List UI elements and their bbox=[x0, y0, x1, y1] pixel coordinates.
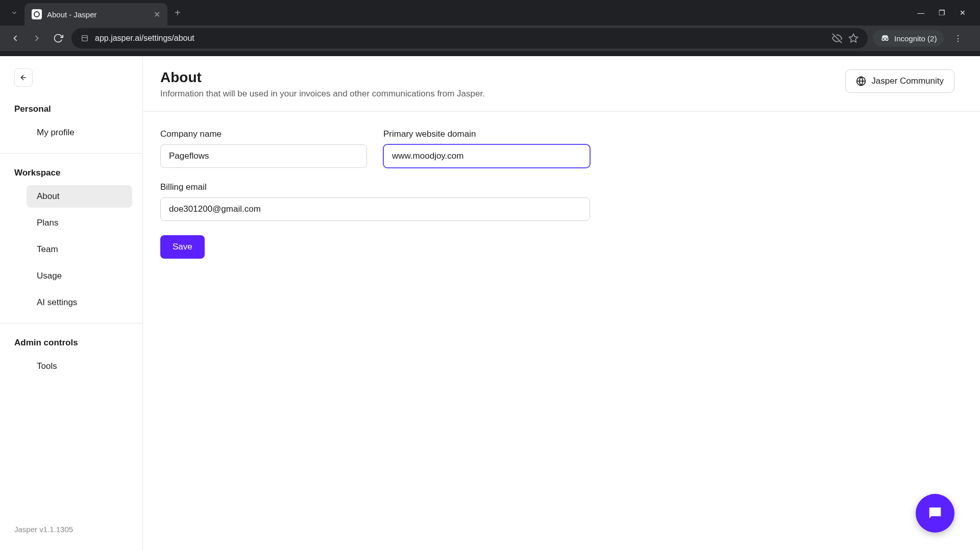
nav-team[interactable]: Team bbox=[27, 238, 132, 261]
chat-bubble-icon bbox=[926, 505, 944, 522]
version-label: Jasper v1.1.1305 bbox=[0, 525, 142, 539]
page-subtitle: Information that will be used in your in… bbox=[160, 89, 485, 99]
url-input[interactable]: app.jasper.ai/settings/about bbox=[71, 28, 868, 48]
company-name-label: Company name bbox=[160, 129, 367, 139]
section-personal: Personal bbox=[0, 97, 142, 119]
website-input[interactable] bbox=[383, 144, 590, 168]
site-settings-icon[interactable] bbox=[81, 34, 89, 42]
url-text: app.jasper.ai/settings/about bbox=[95, 34, 826, 43]
community-button-label: Jasper Community bbox=[871, 76, 944, 86]
incognito-icon bbox=[880, 33, 890, 43]
app-container: Personal My profile Workspace About Plan… bbox=[0, 56, 980, 551]
nav-about[interactable]: About bbox=[27, 185, 132, 208]
website-label: Primary website domain bbox=[383, 129, 590, 139]
nav-my-profile[interactable]: My profile bbox=[27, 121, 132, 144]
incognito-label: Incognito (2) bbox=[894, 34, 937, 43]
incognito-badge[interactable]: Incognito (2) bbox=[873, 30, 944, 46]
sidebar: Personal My profile Workspace About Plan… bbox=[0, 56, 143, 551]
about-form: Company name Primary website domain Bill… bbox=[143, 112, 766, 276]
browser-chrome: About - Jasper ✕ + — ❐ ✕ app.jasper.ai/s… bbox=[0, 0, 980, 56]
company-name-input[interactable] bbox=[160, 144, 367, 168]
tab-search-dropdown[interactable] bbox=[7, 6, 21, 20]
page-header: About Information that will be used in y… bbox=[143, 56, 980, 112]
svg-rect-0 bbox=[82, 36, 88, 41]
browser-menu-icon[interactable]: ⋮ bbox=[949, 34, 967, 43]
eye-off-icon[interactable] bbox=[832, 33, 842, 43]
reload-icon[interactable] bbox=[50, 30, 66, 46]
arrow-left-icon bbox=[19, 73, 28, 82]
nav-plans[interactable]: Plans bbox=[27, 212, 132, 234]
main-content: About Information that will be used in y… bbox=[143, 56, 980, 551]
close-window-icon[interactable]: ✕ bbox=[960, 9, 966, 17]
favicon-icon bbox=[32, 9, 42, 19]
svg-marker-3 bbox=[849, 34, 858, 42]
minimize-icon[interactable]: — bbox=[917, 9, 924, 17]
forward-icon[interactable] bbox=[29, 30, 45, 46]
maximize-icon[interactable]: ❐ bbox=[939, 9, 945, 17]
new-tab-button[interactable]: + bbox=[175, 7, 181, 19]
chat-fab[interactable] bbox=[916, 494, 954, 533]
nav-ai-settings[interactable]: AI settings bbox=[27, 291, 132, 314]
window-controls: — ❐ ✕ bbox=[917, 9, 976, 17]
divider bbox=[0, 153, 142, 154]
tab-close-icon[interactable]: ✕ bbox=[154, 10, 160, 19]
svg-point-5 bbox=[886, 38, 888, 40]
billing-email-label: Billing email bbox=[160, 182, 590, 192]
globe-icon bbox=[856, 76, 866, 86]
billing-email-input[interactable] bbox=[160, 197, 590, 221]
nav-tools[interactable]: Tools bbox=[27, 355, 132, 378]
save-button[interactable]: Save bbox=[160, 235, 205, 259]
sidebar-back-button[interactable] bbox=[14, 68, 33, 87]
svg-point-4 bbox=[882, 38, 885, 40]
browser-tab[interactable]: About - Jasper ✕ bbox=[24, 3, 167, 26]
bookmark-star-icon[interactable] bbox=[848, 33, 859, 43]
divider bbox=[0, 323, 142, 323]
back-icon[interactable] bbox=[7, 30, 23, 46]
section-admin: Admin controls bbox=[0, 331, 142, 353]
address-bar: app.jasper.ai/settings/about Incognito (… bbox=[0, 26, 980, 51]
tab-bar: About - Jasper ✕ + — ❐ ✕ bbox=[0, 0, 980, 26]
nav-usage[interactable]: Usage bbox=[27, 265, 132, 287]
section-workspace: Workspace bbox=[0, 161, 142, 183]
tab-title: About - Jasper bbox=[47, 10, 149, 19]
page-title: About bbox=[160, 69, 485, 86]
jasper-community-button[interactable]: Jasper Community bbox=[845, 69, 954, 93]
